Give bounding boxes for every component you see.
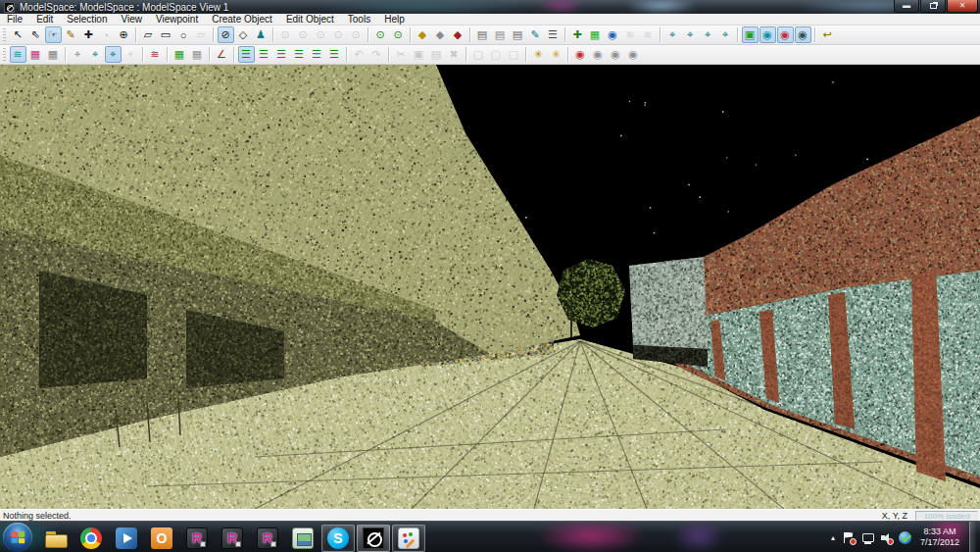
minimize-button[interactable]: ▬ [894,0,919,13]
scanner-position-1-icon[interactable]: ⌖ [70,46,86,63]
image-viewer-icon [292,527,314,549]
axes-display-icon[interactable]: ✚ [569,26,586,43]
link-view-4-icon[interactable]: ◉ [625,46,642,63]
fence-circle-icon[interactable]: ○ [175,26,192,43]
close-button[interactable]: ✕ [947,0,978,13]
menu-item-file[interactable]: File [0,14,29,25]
region-grow-icon[interactable]: ▦ [172,46,188,63]
restore-viewpoint-icon[interactable]: ◆ [432,26,449,43]
point-density-4-icon[interactable]: ☰ [291,46,308,63]
fence-polygon-icon[interactable]: ▱ [140,26,157,43]
taskbar-item-media-player[interactable] [110,525,143,552]
pointcloud-viewport[interactable] [0,65,980,509]
toolbar-grip[interactable] [3,28,6,42]
menu-item-view[interactable]: View [115,14,150,25]
restore-button[interactable] [920,0,946,13]
mode-fence-icon[interactable]: ▣ [742,26,759,43]
seek-point-icon[interactable]: ⊙ [390,26,407,43]
region-reset-icon[interactable]: ▦ [189,46,206,63]
clock[interactable]: 8:33 AM 7/17/2012 [914,527,967,548]
seek-mode-icon[interactable]: ⊙ [372,26,389,43]
walk-mode-icon[interactable]: ♟ [253,26,270,43]
cloud-reference-icon[interactable]: ≋ [147,46,164,63]
orthographic-view-icon[interactable]: ◇ [235,26,252,43]
unify-points-icon[interactable]: ✳ [548,46,564,63]
taskbar-item-purple-r-app-2[interactable] [216,525,249,552]
merge-points-icon[interactable]: ✳ [530,46,547,63]
point-density-5-icon[interactable]: ☰ [309,46,325,63]
grayscale-map-icon[interactable]: ▦ [45,46,62,63]
pan-tool-icon[interactable]: ☞ [45,26,62,43]
layers-icon[interactable]: ☰ [545,26,562,43]
mode-view-icon[interactable]: ◉ [760,26,776,43]
reference-plane-icon[interactable]: ∠ [214,46,230,63]
taskbar-item-cyclone[interactable] [357,525,390,552]
security-shield-icon[interactable] [899,531,911,544]
annotate-pen-icon[interactable]: ✎ [527,26,544,43]
pick-previous-icon[interactable]: ↩ [819,26,836,43]
menu-item-tools[interactable]: Tools [341,14,377,25]
menu-item-viewpoint[interactable]: Viewpoint [149,14,205,25]
pick-tool-icon[interactable]: ✎ [63,26,79,43]
mode-point-icon[interactable]: ◉ [777,26,794,43]
taskbar-item-paint[interactable] [392,525,425,552]
glass-reflection [537,0,586,14]
start-button[interactable] [3,523,32,552]
keep-viewpoint-icon[interactable]: ◆ [415,26,431,43]
point-density-2-icon[interactable]: ☰ [256,46,272,63]
menu-item-help[interactable]: Help [377,14,412,25]
menu-item-edit-object[interactable]: Edit Object [279,14,341,25]
toolbar-grip[interactable] [3,48,6,62]
taskbar-item-chrome[interactable] [74,525,108,552]
cyclone-app-icon[interactable] [4,2,15,13]
point-density-6-icon[interactable]: ☰ [326,46,343,63]
fence-select-outside-icon: ▢ [506,46,522,63]
taskbar-item-windows-explorer[interactable] [39,525,73,552]
limit-box-4-icon[interactable]: ⌖ [717,26,734,43]
menu-item-create-object[interactable]: Create Object [205,14,279,25]
network-icon[interactable] [861,531,874,544]
menu-item-edit[interactable]: Edit [29,14,60,25]
copy-view-2-icon[interactable]: ▤ [492,26,509,43]
toolbar-separator [135,27,136,42]
limit-box-3-icon[interactable]: ⌖ [700,26,716,43]
cut-icon: ✂ [393,46,410,63]
purple-r-app-3-icon [257,527,278,549]
fence-rectangle-icon[interactable]: ▭ [158,26,174,43]
limit-box-2-icon[interactable]: ⌖ [682,26,699,43]
scanner-current-icon[interactable]: ⌖ [105,46,122,63]
intensity-map-icon[interactable]: ▦ [27,46,44,63]
taskbar-item-purple-r-app-1[interactable] [180,525,214,552]
taskbar-item-purple-r-app-3[interactable] [251,525,284,552]
taskbar-item-outlook[interactable] [145,525,178,552]
link-view-1-icon[interactable]: ◉ [572,46,589,63]
point-density-1-icon[interactable]: ☰ [238,46,255,63]
copy-view-1-icon[interactable]: ▤ [474,26,491,43]
view-mode-icon[interactable]: ⊘ [218,26,234,43]
link-view-2-icon[interactable]: ◉ [590,46,607,63]
mode-multi-icon[interactable]: ◉ [795,26,811,43]
scanner-position-2-icon[interactable]: ⌖ [87,46,104,63]
point-density-3-icon[interactable]: ☰ [273,46,290,63]
show-desktop-button[interactable] [969,522,976,552]
cloud-color-map-icon[interactable]: ≋ [10,46,26,63]
orbit-tool-icon[interactable]: ⊕ [116,26,132,43]
scanner-position-3-icon: ⌖ [122,46,139,63]
global-view-icon[interactable]: ◉ [605,26,621,43]
toolbar-separator [346,47,347,62]
select-tool-icon[interactable]: ↖ [10,26,26,43]
link-view-3-icon[interactable]: ◉ [608,46,624,63]
translate-tool-icon[interactable]: ✚ [80,26,97,43]
show-hidden-icons-button[interactable]: ▴ [826,533,840,542]
limit-box-1-icon[interactable]: ⌖ [664,26,681,43]
multi-select-tool-icon[interactable]: ⇖ [27,26,44,43]
menu-item-selection[interactable]: Selection [60,14,114,25]
volume-icon[interactable] [880,531,893,544]
copy-view-3-icon[interactable]: ▤ [510,26,526,43]
delete-viewpoint-icon[interactable]: ◆ [450,26,466,43]
taskbar-item-skype[interactable] [321,525,355,552]
point-grid-icon[interactable]: ▦ [587,26,604,43]
action-center-icon[interactable] [843,531,856,544]
toolbar-separator [469,27,470,42]
taskbar-item-image-viewer[interactable] [286,525,319,552]
